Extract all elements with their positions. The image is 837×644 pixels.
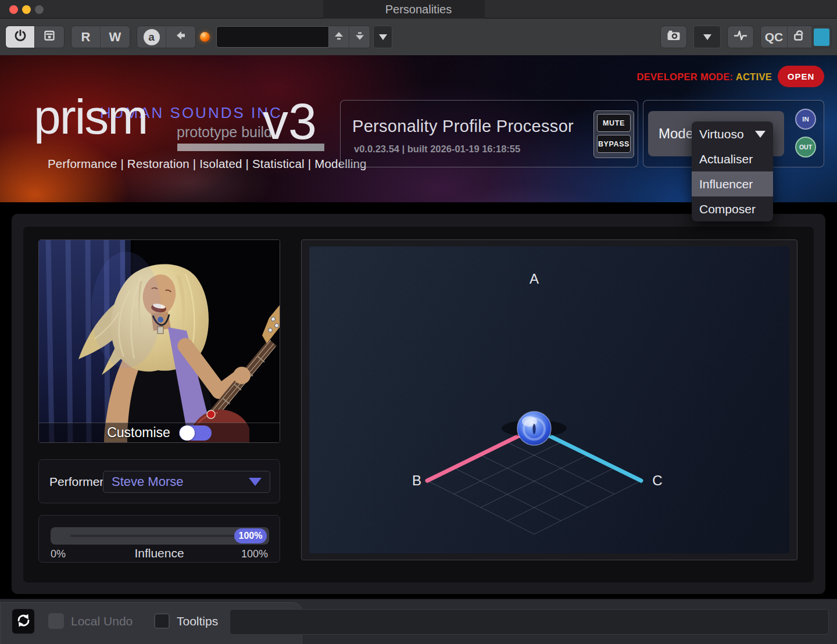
visualisation-canvas[interactable]: A B C: [309, 246, 789, 553]
product-tagline: Performance | Restoration | Isolated | S…: [48, 157, 367, 171]
toolbar: R W a: [0, 19, 837, 55]
developer-mode-value: ACTIVE: [736, 71, 772, 82]
performer-selected-value: Steve Morse: [112, 474, 184, 489]
axis-c-line: [534, 428, 641, 481]
status-input[interactable]: [230, 609, 829, 635]
read-automation-button[interactable]: R: [71, 26, 101, 48]
chevron-down-icon: [249, 478, 262, 486]
preset-menu-button[interactable]: [373, 26, 392, 48]
output-meter-badge: OUT: [795, 137, 816, 158]
camera-icon: [666, 28, 681, 46]
back-arrow-icon: [174, 28, 188, 46]
refresh-button[interactable]: [12, 609, 35, 634]
developer-mode-status: DEVELOPER MODE: ACTIVE: [637, 71, 772, 83]
slider-groove: [70, 535, 235, 537]
chevron-down-icon: [703, 34, 711, 40]
pulse-icon: [733, 28, 748, 46]
position-marker[interactable]: [517, 412, 551, 445]
customise-bar: Customise: [39, 423, 280, 442]
window-title: Personalities: [0, 0, 837, 19]
customise-toggle[interactable]: [179, 425, 212, 441]
bypass-button[interactable]: BYPASS: [597, 135, 631, 153]
open-button[interactable]: OPEN: [778, 66, 824, 87]
sync-arrows-icon: [16, 613, 31, 631]
archive-button[interactable]: [35, 26, 64, 48]
toggle-knob: [180, 425, 195, 441]
power-button[interactable]: [6, 26, 35, 48]
local-undo-checkbox[interactable]: [48, 613, 64, 629]
product-logo: prism: [34, 92, 147, 141]
visualisation-panel: A B C: [301, 239, 797, 560]
eject-up-icon: [332, 29, 346, 45]
mode-selected-value: Virtuoso: [699, 127, 744, 141]
axis-c-label: C: [652, 473, 662, 488]
chevron-down-icon: [755, 131, 766, 138]
preset-previous-button[interactable]: [329, 26, 349, 48]
processor-panel: Personality Profile Processor v0.0.23.54…: [340, 100, 638, 167]
axis-a-label: A: [530, 271, 539, 287]
performer-photo: [39, 240, 280, 442]
power-icon: [13, 28, 27, 46]
mute-bypass-group: MUTE BYPASS: [593, 110, 634, 158]
performer-select[interactable]: Steve Morse: [103, 471, 270, 493]
mode-label: Mode: [659, 111, 693, 156]
axis-b-label: B: [412, 473, 421, 488]
analyzer-button[interactable]: [728, 26, 753, 48]
influence-max-label: 100%: [241, 548, 268, 560]
tooltips-checkbox[interactable]: [154, 613, 170, 629]
footer-bar: Local Undo Tooltips: [0, 599, 837, 644]
color-swatch-button[interactable]: [812, 26, 831, 48]
auto-button[interactable]: a: [137, 26, 166, 48]
mode-option-actualiser[interactable]: Actualiser: [692, 146, 773, 171]
build-label: prototype build: [177, 124, 272, 141]
status-led: [200, 32, 210, 42]
customise-label: Customise: [107, 425, 170, 441]
chevron-down-icon: [379, 34, 387, 40]
mode-dropdown: Virtuoso Actualiser Influencer Composer: [692, 121, 773, 221]
tooltips-label: Tooltips: [177, 614, 218, 628]
processor-version: v0.0.23.54 | built 2026-01-19 16:18:55: [354, 144, 520, 155]
influence-slider[interactable]: 100%: [51, 527, 269, 545]
a-circle-icon: a: [144, 29, 160, 45]
local-undo-label: Local Undo: [71, 614, 133, 628]
app-window: Personalities R W a: [0, 0, 837, 644]
processor-title: Personality Profile Processor: [352, 117, 574, 136]
eject-down-icon: [353, 29, 367, 45]
input-meter-badge: IN: [795, 109, 816, 130]
archive-box-icon: [42, 28, 56, 46]
mode-option-composer[interactable]: Composer: [692, 196, 773, 221]
unlock-button[interactable]: [788, 26, 812, 48]
performer-panel: Performer Steve Morse: [38, 459, 280, 503]
titlebar: Personalities: [0, 0, 837, 19]
mode-option-influencer[interactable]: Influencer: [692, 171, 773, 196]
brand-underline-bar: [177, 144, 324, 151]
preset-next-button[interactable]: [349, 26, 370, 48]
open-padlock-icon: [792, 28, 807, 46]
version-number: v3: [263, 96, 317, 147]
teal-swatch: [814, 28, 829, 46]
influence-panel: 100% 0% Influence 100%: [38, 515, 280, 563]
write-automation-button[interactable]: W: [101, 26, 130, 48]
back-button[interactable]: [166, 26, 195, 48]
mode-select[interactable]: Virtuoso: [692, 121, 773, 146]
snapshot-button[interactable]: [661, 26, 686, 48]
performer-label: Performer: [49, 460, 103, 504]
view-select[interactable]: [693, 26, 721, 48]
developer-mode-label: DEVELOPER MODE:: [637, 71, 734, 82]
performer-photo-panel: Customise: [38, 239, 280, 443]
preset-name-input[interactable]: [216, 26, 329, 48]
mute-button[interactable]: MUTE: [597, 114, 631, 132]
slider-value-badge[interactable]: 100%: [234, 528, 267, 543]
qc-button[interactable]: QC: [761, 26, 788, 48]
axis-b-line: [427, 428, 534, 481]
